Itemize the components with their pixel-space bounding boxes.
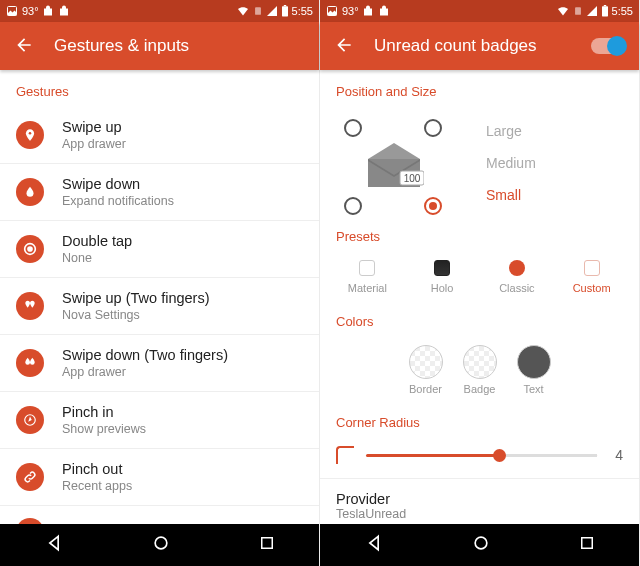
- section-position: Position and Size: [320, 70, 639, 107]
- phone-left: 93° 5:55 Gest: [0, 0, 320, 566]
- svg-point-6: [28, 247, 32, 251]
- svg-rect-12: [602, 6, 608, 16]
- section-presets: Presets: [320, 215, 639, 252]
- envelope-icon: 100: [364, 141, 424, 185]
- item-sub: None: [62, 251, 132, 265]
- battery-icon: [601, 5, 609, 17]
- bag-icon-2: [59, 5, 71, 17]
- compass-icon: [16, 406, 44, 434]
- pin-icon: [16, 121, 44, 149]
- position-bottom-right[interactable]: [424, 197, 442, 215]
- gesture-item[interactable]: Pinch inShow previews: [0, 392, 319, 449]
- cell-icon: [266, 5, 278, 17]
- link-icon: [16, 463, 44, 491]
- battery-icon: [281, 5, 289, 17]
- radius-slider[interactable]: [366, 454, 597, 457]
- page-title: Unread count badges: [374, 36, 571, 56]
- nav-recent-icon[interactable]: [578, 534, 596, 556]
- svg-rect-9: [261, 538, 272, 549]
- back-icon[interactable]: [14, 35, 34, 58]
- size-option-large[interactable]: Large: [486, 123, 623, 139]
- item-title: Swipe up (Two fingers): [62, 290, 209, 306]
- color-badge[interactable]: Badge: [463, 345, 497, 395]
- item-sub: Recent apps: [62, 479, 132, 493]
- svg-point-8: [155, 537, 167, 549]
- phone-right: 93° 5:55 Unre: [320, 0, 640, 566]
- color-swatch: [409, 345, 443, 379]
- position-top-right[interactable]: [424, 119, 442, 137]
- gesture-item[interactable]: Swipe upApp drawer: [0, 107, 319, 164]
- gesture-item[interactable]: Rotate CCW (Two fingers): [0, 506, 319, 524]
- size-option-small[interactable]: Small: [486, 187, 623, 203]
- svg-text:100: 100: [404, 173, 421, 184]
- page-title: Gestures & inputs: [54, 36, 305, 56]
- svg-point-19: [475, 537, 487, 549]
- position-top-left[interactable]: [344, 119, 362, 137]
- bag-icon: [363, 5, 375, 17]
- nav-home-icon[interactable]: [151, 533, 171, 557]
- bag-icon-2: [379, 5, 391, 17]
- radius-value: 4: [609, 447, 623, 463]
- svg-rect-3: [283, 5, 285, 6]
- color-text[interactable]: Text: [517, 345, 551, 395]
- item-title: Pinch in: [62, 404, 146, 420]
- clock: 5:55: [292, 5, 313, 17]
- appbar-right: Unread count badges: [320, 22, 639, 70]
- gesture-item[interactable]: Swipe up (Two fingers)Nova Settings: [0, 278, 319, 335]
- size-option-medium[interactable]: Medium: [486, 155, 623, 171]
- provider-title: Provider: [336, 491, 623, 507]
- color-label: Border: [409, 383, 442, 395]
- color-border[interactable]: Border: [409, 345, 443, 395]
- item-title: Swipe up: [62, 119, 126, 135]
- wifi-icon: [236, 5, 250, 17]
- preset-custom[interactable]: Custom: [554, 260, 629, 294]
- nav-home-icon[interactable]: [471, 533, 491, 557]
- clock: 5:55: [612, 5, 633, 17]
- gesture-item[interactable]: Pinch outRecent apps: [0, 449, 319, 506]
- preset-material[interactable]: Material: [330, 260, 405, 294]
- color-swatch: [517, 345, 551, 379]
- nav-back-icon[interactable]: [364, 533, 384, 557]
- section-radius: Corner Radius: [320, 401, 639, 438]
- preset-classic[interactable]: Classic: [480, 260, 555, 294]
- cell-icon: [586, 5, 598, 17]
- nav-back-icon[interactable]: [44, 533, 64, 557]
- twopin-icon: [16, 292, 44, 320]
- provider-item[interactable]: Provider TeslaUnread: [320, 478, 639, 524]
- gesture-item[interactable]: Swipe downExpand notifications: [0, 164, 319, 221]
- statusbar: 93° 5:55: [0, 0, 319, 22]
- preset-holo[interactable]: Holo: [405, 260, 480, 294]
- preset-label: Classic: [499, 282, 534, 294]
- preset-swatch: [584, 260, 600, 276]
- gesture-item[interactable]: Double tapNone: [0, 221, 319, 278]
- svg-rect-11: [575, 7, 581, 15]
- svg-rect-2: [282, 6, 288, 16]
- appbar-left: Gestures & inputs: [0, 22, 319, 70]
- navbar: [320, 524, 639, 566]
- item-title: Swipe down (Two fingers): [62, 347, 228, 363]
- wifi-icon: [556, 5, 570, 17]
- sim-icon: [573, 5, 583, 17]
- item-title: Double tap: [62, 233, 132, 249]
- statusbar: 93° 5:55: [320, 0, 639, 22]
- position-bottom-left[interactable]: [344, 197, 362, 215]
- corner-icon: [336, 446, 354, 464]
- target-icon: [16, 235, 44, 263]
- item-sub: App drawer: [62, 137, 126, 151]
- temperature: 93°: [342, 5, 359, 17]
- svg-rect-20: [581, 538, 592, 549]
- color-label: Text: [523, 383, 543, 395]
- svg-marker-14: [368, 143, 420, 159]
- content-right: Position and Size 100 LargeMediumSm: [320, 70, 639, 524]
- back-icon[interactable]: [334, 35, 354, 58]
- master-toggle[interactable]: [591, 38, 625, 54]
- svg-rect-13: [603, 5, 605, 6]
- preset-label: Holo: [431, 282, 454, 294]
- gesture-item[interactable]: Swipe down (Two fingers)App drawer: [0, 335, 319, 392]
- item-sub: Show previews: [62, 422, 146, 436]
- item-title: Pinch out: [62, 461, 132, 477]
- section-header-gestures: Gestures: [0, 70, 319, 107]
- preset-swatch: [509, 260, 525, 276]
- nav-recent-icon[interactable]: [258, 534, 276, 556]
- preset-swatch: [434, 260, 450, 276]
